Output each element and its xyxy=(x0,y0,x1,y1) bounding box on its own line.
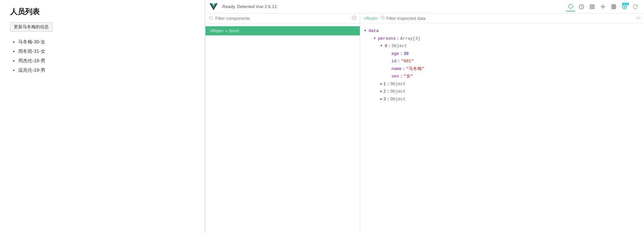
object-3-row: ▶ 3 : Object xyxy=(364,96,640,103)
refresh-icon-btn[interactable] xyxy=(631,2,640,11)
list-item: 周冬雨-31-女 xyxy=(18,46,195,56)
breadcrumb: <Root> xyxy=(364,16,378,21)
list-item: 马冬梅-30-女 xyxy=(18,37,195,46)
inspector-filter-input[interactable] xyxy=(386,16,633,21)
sex-row: sex : "女" xyxy=(364,73,640,80)
timeline-icon-btn[interactable] xyxy=(577,2,586,11)
svg-rect-4 xyxy=(590,7,592,9)
name-row: name : "马冬梅" xyxy=(364,65,640,73)
svg-rect-2 xyxy=(590,5,592,6)
component-search-bar xyxy=(205,13,360,24)
object-2-row: ▶ 2 : Object xyxy=(364,88,640,96)
svg-marker-0 xyxy=(568,4,573,8)
svg-rect-7 xyxy=(612,5,616,9)
object-0-row: ▼ 0 : Object xyxy=(364,42,640,50)
component-search-options-icon[interactable] xyxy=(352,15,356,21)
inspector-content: ▼ data ▼ persons : Array[4] ▼ 0 : xyxy=(360,23,644,233)
person-list: 马冬梅-30-女 周冬雨-31-女 周杰伦-18-男 温兆伦-19-男 xyxy=(10,37,195,75)
inspector-header: <Root> <> xyxy=(360,13,644,23)
inspector-search xyxy=(381,15,633,21)
component-tree: < Root > = $vm0 xyxy=(205,24,360,233)
breadcrumb-root: <Root> xyxy=(364,16,378,21)
settings-icon-btn[interactable] xyxy=(620,2,629,11)
update-button[interactable]: 更新马冬梅的信息 xyxy=(10,22,52,32)
object-0-toggle[interactable]: ▼ xyxy=(380,43,384,49)
svg-rect-5 xyxy=(593,7,594,9)
inspector-panel: <Root> <> ▼ data xyxy=(360,13,644,233)
object-1-toggle[interactable]: ▶ xyxy=(380,81,382,87)
app-title: 人员列表 xyxy=(10,7,195,17)
svg-line-19 xyxy=(384,19,384,19)
vue-logo xyxy=(210,3,218,11)
svg-point-18 xyxy=(381,16,384,19)
persons-row: ▼ persons : Array[4] xyxy=(364,35,640,43)
object-1-row: ▶ 1 : Object xyxy=(364,80,640,88)
data-section-toggle[interactable]: ▼ xyxy=(364,28,368,34)
svg-point-12 xyxy=(624,6,625,7)
inspector-search-icon xyxy=(381,15,385,21)
components-icon-btn[interactable] xyxy=(566,2,575,11)
inspector-code-icon[interactable]: <> xyxy=(636,16,641,21)
persons-toggle[interactable]: ▼ xyxy=(374,36,377,42)
list-item: 周杰伦-18-男 xyxy=(18,56,195,65)
svg-rect-3 xyxy=(593,5,594,6)
devtools-panel: Ready. Detected Vue 2.6.12. xyxy=(205,0,644,233)
grid-icon-btn[interactable] xyxy=(588,2,597,11)
component-panel: < Root > = $vm0 xyxy=(205,13,360,233)
id-row: id : "001" xyxy=(364,58,640,65)
svg-point-13 xyxy=(210,16,213,19)
list-item: 温兆伦-19-男 xyxy=(18,65,195,75)
devtools-topbar: Ready. Detected Vue 2.6.12. xyxy=(205,0,644,13)
object-2-toggle[interactable]: ▶ xyxy=(380,89,382,95)
devtools-status: Ready. Detected Vue 2.6.12. xyxy=(222,4,563,9)
data-section: ▼ data ▼ persons : Array[4] ▼ 0 : xyxy=(360,26,644,104)
app-panel: 人员列表 更新马冬梅的信息 马冬梅-30-女 周冬雨-31-女 周杰伦-18-男… xyxy=(0,0,205,233)
data-header-row: ▼ data xyxy=(364,27,640,35)
object-3-toggle[interactable]: ▶ xyxy=(380,96,382,102)
component-search-input[interactable] xyxy=(215,16,350,21)
svg-line-14 xyxy=(212,19,213,20)
component-search-icon xyxy=(209,16,213,21)
component-item-root[interactable]: < Root > = $vm0 xyxy=(205,26,360,35)
router-icon-btn[interactable] xyxy=(598,2,608,11)
store-icon-btn[interactable] xyxy=(609,2,618,11)
devtools-body: < Root > = $vm0 <Root> xyxy=(205,13,644,233)
devtools-icons xyxy=(566,2,640,11)
svg-point-6 xyxy=(602,6,604,7)
age-row: age : 30 xyxy=(364,50,640,58)
